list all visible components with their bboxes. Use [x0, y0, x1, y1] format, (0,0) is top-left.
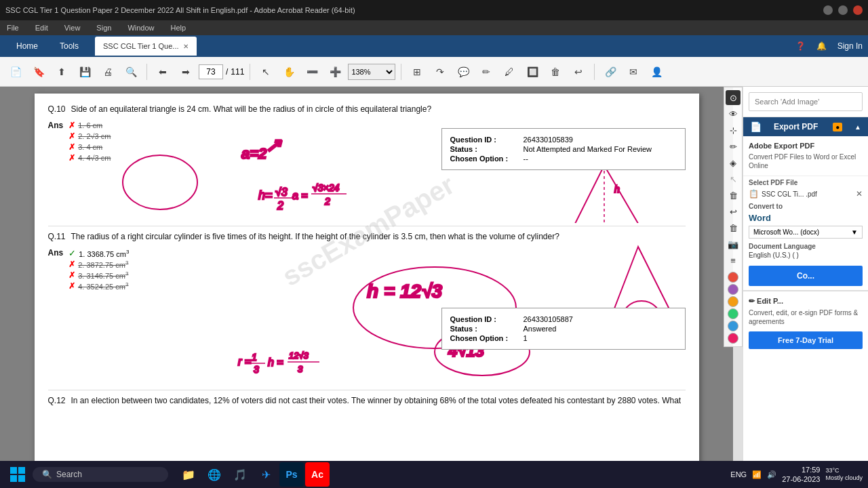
share-button[interactable]: 🔗 — [600, 62, 620, 82]
upload-button[interactable]: ⬆ — [52, 62, 72, 82]
minimize-button[interactable] — [823, 5, 833, 15]
search-icon: 🔍 — [42, 470, 52, 479]
menu-help[interactable]: Help — [167, 22, 191, 33]
toolbar-tool-eraser[interactable]: ⊹ — [726, 123, 741, 138]
menu-sign[interactable]: Sign — [92, 22, 115, 33]
taskbar-app-acrobat[interactable]: Ac — [305, 462, 330, 487]
taskbar-app-telegram[interactable]: ✈ — [254, 462, 278, 487]
toolbar-tool-camera[interactable]: 📷 — [726, 237, 741, 251]
menu-window[interactable]: Window — [123, 22, 158, 33]
bookmark-button[interactable]: 🔖 — [28, 62, 49, 82]
pdf-remove-button[interactable]: ✕ — [856, 189, 863, 199]
menu-view[interactable]: View — [60, 22, 85, 33]
toolbar-tool-pencil[interactable]: ✏ — [726, 139, 741, 154]
color-red[interactable] — [728, 272, 738, 283]
zoom-in-button[interactable]: ➕ — [325, 62, 345, 82]
page-input[interactable] — [199, 64, 223, 79]
convert-button[interactable]: Co... — [749, 266, 863, 286]
color-purple[interactable] — [728, 284, 738, 295]
toolbar-tool-undo[interactable]: ↩ — [726, 204, 741, 219]
new-button[interactable]: 📄 — [5, 62, 26, 82]
color-green[interactable] — [728, 308, 738, 319]
taskbar-app-media[interactable]: 🎵 — [228, 462, 252, 487]
prev-page-button[interactable]: ⬅ — [153, 62, 173, 82]
q11-opt2: 2. 3872.75 cm3 — [78, 260, 128, 269]
undo-button[interactable]: ↩ — [568, 62, 589, 82]
panel-search-input[interactable] — [749, 92, 863, 111]
taskbar-app-explorer[interactable]: 📁 — [176, 462, 201, 487]
save-button[interactable]: 💾 — [75, 62, 95, 82]
export-pdf-section: 📄 Export PDF ● ▲ Adobe Export PDF Conver… — [743, 117, 868, 291]
taskbar-search-label: Search — [56, 470, 82, 479]
adobe-title: Adobe Export PDF — [749, 142, 863, 150]
taskbar-sound-icon[interactable]: 🔊 — [767, 470, 776, 479]
toolbar-tool-bin[interactable]: 🗑 — [726, 220, 741, 235]
zoom-select[interactable]: 138% 100% 75% 150% — [348, 64, 395, 80]
chevron-up-icon[interactable]: ▲ — [854, 123, 861, 131]
pdf-file-row: 📋 SSC CGL Ti... .pdf ✕ — [743, 188, 868, 200]
svg-marker-11 — [564, 165, 652, 223]
select-pdf-section: Select PDF File 📋 SSC CGL Ti... .pdf ✕ — [743, 176, 868, 200]
free-trial-button[interactable]: Free 7-Day Trial — [749, 331, 863, 349]
zoom-out-button[interactable]: ➖ — [302, 62, 322, 82]
search-button[interactable]: 🔍 — [121, 62, 141, 82]
q12-number: Q.12 — [48, 396, 66, 405]
svg-text:√3×24: √3×24 — [313, 182, 339, 193]
color-blue[interactable] — [728, 321, 738, 331]
export-pdf-header[interactable]: 📄 Export PDF ● ▲ — [743, 117, 868, 136]
tab-document[interactable]: SSC CGL Tier 1 Que... ✕ — [95, 37, 196, 56]
fit-page-button[interactable]: ⊞ — [407, 62, 427, 82]
q10-chosen-label: Chosen Option : — [450, 155, 518, 163]
q10-opt3: 3. 4 cm — [78, 143, 102, 151]
rotate-button[interactable]: ↷ — [430, 62, 450, 82]
user-button[interactable]: 👤 — [646, 62, 667, 82]
taskbar-search[interactable]: 🔍 Search — [33, 467, 168, 482]
pdf-area[interactable]: Q.10 Side of an equilateral triangle is … — [0, 87, 733, 466]
draw-button[interactable]: ✏ — [476, 62, 496, 82]
q11-text: The radius of a right circular cylinder … — [71, 232, 559, 241]
q10-chosen-val: -- — [524, 155, 528, 163]
q10-status-val: Not Attempted and Marked For Review — [524, 145, 652, 153]
toolbar-tool-delete[interactable]: 🗑 — [726, 188, 741, 203]
taskbar-app-chrome[interactable]: 🌐 — [202, 462, 226, 487]
svg-rect-29 — [10, 467, 17, 474]
highlight-button[interactable]: 🖊 — [499, 62, 519, 82]
taskbar-network-icon[interactable]: 📶 — [752, 470, 762, 479]
convert-dropdown[interactable]: Microsoft Wo... (docx) ▼ — [749, 226, 863, 239]
separator-4 — [594, 64, 595, 80]
q11-opt1: 1. 3368.75 cm3 — [79, 249, 129, 258]
comment-button[interactable]: 💬 — [453, 62, 473, 82]
close-button[interactable] — [853, 5, 863, 15]
delete-button[interactable]: 🗑 — [545, 62, 566, 82]
toolbar-tool-cursor[interactable]: ⊙ — [726, 90, 741, 105]
taskbar-lang[interactable]: ENG — [730, 470, 747, 479]
taskbar-time[interactable]: 17:59 27-06-2023 — [782, 465, 820, 485]
toolbar-tool-marker[interactable]: ◈ — [726, 155, 741, 170]
window-controls — [823, 5, 863, 15]
toolbar: 📄 🔖 ⬆ 💾 🖨 🔍 ⬅ ➡ / 111 ↖ ✋ ➖ ➕ 138% 100% … — [0, 57, 868, 87]
menu-file[interactable]: File — [3, 22, 23, 33]
tab-close-icon[interactable]: ✕ — [183, 43, 189, 50]
toolbar-tool-pointer[interactable]: ↖ — [726, 171, 741, 186]
print-button[interactable]: 🖨 — [98, 62, 118, 82]
maximize-button[interactable] — [838, 5, 848, 15]
sign-in-button[interactable]: Sign In — [837, 41, 863, 51]
q10-opt4: 4. 4√3 cm — [78, 154, 111, 162]
taskbar-app-photoshop[interactable]: Ps — [279, 462, 304, 487]
mail-button[interactable]: ✉ — [623, 62, 644, 82]
color-orange[interactable] — [728, 296, 738, 307]
color-pink[interactable] — [728, 333, 738, 344]
notifications-icon[interactable]: 🔔 — [816, 41, 827, 51]
select-tool[interactable]: ↖ — [256, 62, 276, 82]
tab-tools[interactable]: Tools — [49, 35, 90, 57]
stamp-button[interactable]: 🔲 — [522, 62, 542, 82]
help-icon[interactable]: ❓ — [795, 41, 806, 51]
next-page-button[interactable]: ➡ — [176, 62, 196, 82]
tab-home[interactable]: Home — [5, 35, 49, 57]
hand-tool[interactable]: ✋ — [279, 62, 299, 82]
toolbar-tool-eye[interactable]: 👁 — [726, 106, 741, 121]
doc-lang-label: Document Language — [743, 240, 868, 251]
start-button[interactable] — [5, 462, 30, 487]
toolbar-tool-list[interactable]: ≡ — [726, 253, 741, 268]
menu-edit[interactable]: Edit — [31, 22, 52, 33]
